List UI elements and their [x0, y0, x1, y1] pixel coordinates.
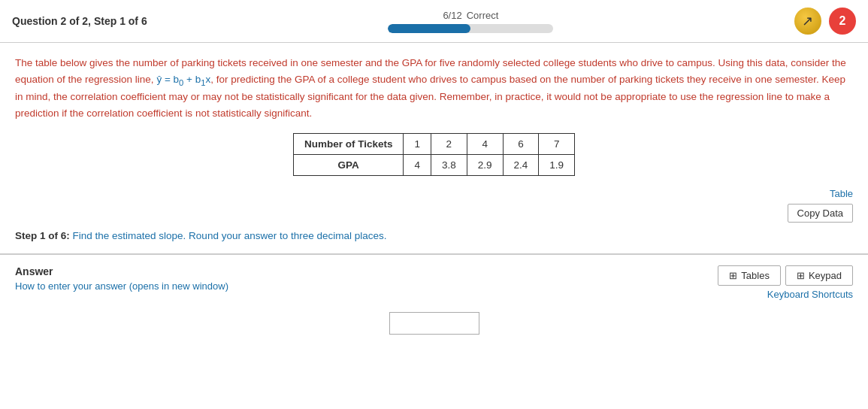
- tickets-val-3: 4: [467, 134, 503, 155]
- keypad-button-label: Keypad: [809, 270, 842, 281]
- step-instruction: Find the estimated slope. Round your ans…: [73, 230, 387, 241]
- tables-icon: ⊞: [729, 270, 737, 281]
- col-header-gpa: GPA: [293, 155, 404, 176]
- medal-symbol: ↗: [802, 13, 813, 29]
- score-subtext: Correct: [467, 10, 499, 21]
- table-actions: Table Copy Data: [15, 188, 853, 223]
- problem-text: The table below gives the number of park…: [15, 55, 853, 121]
- tables-button-label: Tables: [741, 270, 770, 281]
- step-text: Step 1 of 6: Find the estimated slope. R…: [15, 230, 853, 241]
- answer-section: Answer How to enter your answer (opens i…: [0, 255, 868, 345]
- equation-text: ŷ = b0 + b1x: [156, 74, 210, 85]
- answer-right: ⊞ Tables ⊞ Keypad Keyboard Shortcuts: [718, 265, 853, 300]
- progress-bar-fill: [388, 24, 470, 33]
- data-table: Number of Tickets 1 2 4 6 7 GPA 4 3.8 2.…: [293, 133, 575, 176]
- progress-bar-container: [388, 24, 553, 33]
- answer-input-row: [15, 312, 853, 335]
- tickets-val-2: 2: [431, 134, 467, 155]
- top-bar: Question 2 of 2, Step 1 of 6 6/12 Correc…: [0, 0, 868, 43]
- how-to-enter-link[interactable]: How to enter your answer (opens in new w…: [15, 280, 228, 292]
- copy-data-button[interactable]: Copy Data: [788, 204, 853, 223]
- tickets-val-1: 1: [404, 134, 431, 155]
- step-label: Step 1 of 6:: [15, 230, 70, 241]
- score-progress-area: 6/12 Correct: [388, 10, 553, 33]
- gpa-val-3: 2.9: [467, 155, 503, 176]
- score-fraction: 6/12: [443, 10, 461, 21]
- answer-title: Answer: [15, 265, 228, 277]
- answer-header: Answer How to enter your answer (opens i…: [15, 265, 853, 300]
- keypad-button[interactable]: ⊞ Keypad: [785, 265, 853, 286]
- gpa-val-1: 4: [404, 155, 431, 176]
- table-link[interactable]: Table: [830, 188, 853, 199]
- tool-buttons: ⊞ Tables ⊞ Keypad: [718, 265, 853, 286]
- col-header-tickets: Number of Tickets: [293, 134, 404, 155]
- main-content: The table below gives the number of park…: [0, 43, 868, 255]
- question-label: Question 2 of 2, Step 1 of 6: [12, 15, 147, 27]
- top-right-icons: ↗ 2: [794, 8, 856, 35]
- data-table-wrapper: Number of Tickets 1 2 4 6 7 GPA 4 3.8 2.…: [15, 133, 853, 176]
- keyboard-shortcuts-link[interactable]: Keyboard Shortcuts: [767, 289, 853, 300]
- gpa-val-4: 2.4: [503, 155, 539, 176]
- heart-badge: 2: [829, 8, 856, 35]
- tickets-val-5: 7: [539, 134, 575, 155]
- tickets-val-4: 6: [503, 134, 539, 155]
- medal-icon: ↗: [794, 8, 821, 35]
- answer-left: Answer How to enter your answer (opens i…: [15, 265, 228, 292]
- answer-input[interactable]: [389, 312, 479, 335]
- tables-button[interactable]: ⊞ Tables: [718, 265, 781, 286]
- keypad-icon: ⊞: [797, 270, 805, 281]
- heart-count: 2: [839, 14, 846, 28]
- gpa-val-5: 1.9: [539, 155, 575, 176]
- gpa-val-2: 3.8: [431, 155, 467, 176]
